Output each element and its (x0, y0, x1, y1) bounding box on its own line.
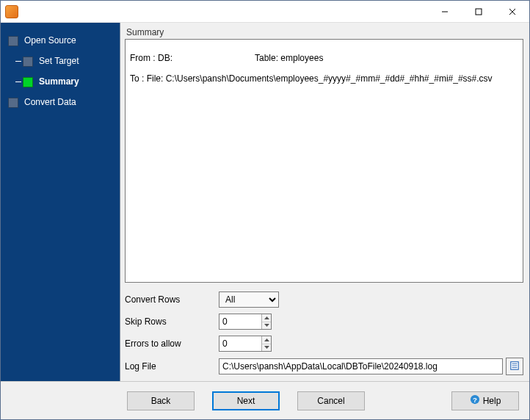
help-icon: ? (470, 394, 480, 407)
app-window: Open Source Set Target Summary Convert D… (0, 0, 530, 420)
spin-down-icon[interactable] (262, 344, 271, 352)
spin-up-icon[interactable] (262, 336, 271, 344)
svg-text:?: ? (473, 396, 477, 404)
summary-table: Table: employees (255, 53, 323, 63)
step-set-target[interactable]: Set Target (21, 51, 120, 71)
right-pane: Summary From : DB: Table: employees To :… (120, 23, 529, 381)
browse-button[interactable] (506, 358, 523, 375)
step-open-source[interactable]: Open Source (7, 30, 120, 51)
svg-marker-5 (264, 324, 269, 327)
close-button[interactable] (495, 1, 529, 23)
sidebar: Open Source Set Target Summary Convert D… (1, 23, 120, 381)
errors-label: Errors to allow (125, 338, 214, 349)
body-area: Open Source Set Target Summary Convert D… (1, 23, 529, 419)
cancel-button[interactable]: Cancel (297, 391, 365, 410)
spin-down-icon[interactable] (262, 322, 271, 330)
options-form: Convert Rows All Skip Rows (125, 292, 523, 375)
skip-rows-spinner[interactable] (219, 314, 272, 330)
summary-group-label: Summary (126, 27, 523, 37)
step-convert-data[interactable]: Convert Data (7, 92, 120, 112)
next-button[interactable]: Next (212, 391, 280, 410)
spin-up-icon[interactable] (262, 314, 271, 322)
help-button[interactable]: ? Help (451, 391, 519, 410)
back-button[interactable]: Back (127, 391, 195, 410)
log-file-label: Log File (125, 361, 214, 372)
summary-from: From : DB: (130, 53, 255, 63)
svg-marker-4 (264, 316, 269, 319)
minimize-button[interactable] (428, 1, 462, 23)
step-label: Summary (39, 76, 79, 87)
summary-to: To : File: C:\Users\pansh\Documents\empl… (130, 73, 518, 84)
skip-rows-input[interactable] (219, 314, 261, 329)
step-label: Convert Data (24, 97, 76, 107)
step-label: Set Target (39, 56, 79, 66)
app-icon (5, 5, 18, 18)
maximize-button[interactable] (462, 1, 495, 23)
errors-input[interactable] (219, 336, 261, 351)
summary-text: From : DB: Table: employees To : File: C… (125, 39, 523, 283)
svg-rect-1 (476, 9, 482, 15)
svg-marker-7 (264, 346, 269, 349)
convert-rows-label: Convert Rows (125, 294, 214, 305)
svg-marker-6 (264, 338, 269, 341)
open-file-icon (509, 361, 520, 373)
errors-spinner[interactable] (219, 336, 272, 352)
skip-rows-label: Skip Rows (125, 316, 214, 327)
titlebar (1, 1, 529, 23)
log-file-input[interactable] (219, 358, 503, 374)
button-bar: Back Next Cancel ? Help (1, 381, 529, 419)
step-label: Open Source (24, 35, 76, 46)
step-summary[interactable]: Summary (21, 71, 120, 92)
convert-rows-select[interactable]: All (219, 292, 279, 308)
